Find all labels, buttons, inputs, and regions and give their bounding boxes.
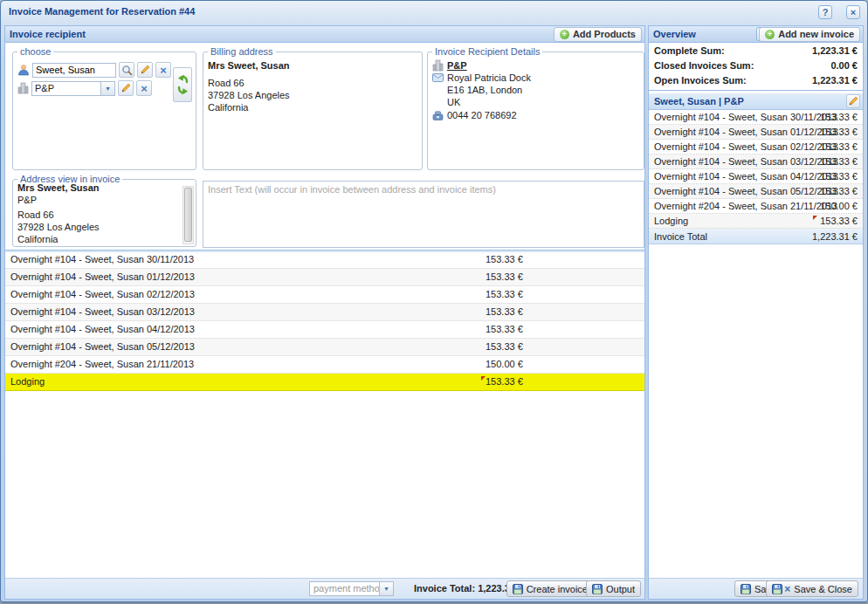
choose-fieldset: choose	[12, 46, 196, 170]
close-x-icon: ×	[784, 584, 790, 594]
dialog-title: Invoice Management for Reservation #44	[9, 6, 195, 17]
overview-item-row[interactable]: Overnight #104 - Sweet, Susan 02/12/2013…	[649, 140, 863, 154]
side-footer: Save × Save & Close	[649, 578, 863, 599]
delete-x-icon: ×	[141, 83, 148, 94]
invoice-total-row: Invoice Total 1,223.31 €	[649, 229, 863, 244]
company-select[interactable]: P&P ▼	[31, 81, 115, 96]
delete-x-icon: ×	[160, 65, 167, 76]
edit-company-button[interactable]	[118, 80, 134, 96]
edit-guest-button[interactable]	[137, 62, 153, 78]
close-icon[interactable]: ×	[846, 5, 860, 19]
save-disk-icon	[513, 584, 523, 594]
chevron-down-icon: ▼	[100, 82, 114, 95]
save-disk-icon	[772, 584, 782, 594]
edit-invoice-button[interactable]	[846, 94, 860, 108]
choose-legend: choose	[17, 46, 53, 57]
search-icon	[121, 65, 133, 76]
invoice-item-row[interactable]: Overnight #104 - Sweet, Susan 05/12/2013…	[5, 339, 644, 356]
overview-item-row[interactable]: Overnight #104 - Sweet, Susan 04/12/2013…	[649, 169, 863, 184]
recipient-company-link[interactable]: P&P	[447, 59, 467, 72]
recipient-details-legend: Invoice Recipient Details	[432, 46, 542, 57]
chevron-down-icon: ▼	[379, 582, 393, 595]
billing-line: Road 66	[208, 77, 417, 89]
invoice-recipient-panel: Invoice recipient + Add Products choose	[4, 25, 645, 600]
overview-panel: Overview ? + Add new invoice Complete Su…	[648, 25, 864, 600]
mail-icon	[432, 73, 444, 82]
invoice-item-row[interactable]: Overnight #204 - Sweet, Susan 21/11/2013…	[5, 356, 644, 374]
overview-item-row[interactable]: Overnight #104 - Sweet, Susan 30/11/2013…	[649, 110, 863, 125]
scrollbar-thumb[interactable]	[184, 188, 192, 242]
complete-sum-row: Complete Sum: 1,223.31 €	[649, 44, 863, 58]
overview-title: Overview	[653, 29, 696, 39]
invoice-recipient-header: Invoice recipient + Add Products	[5, 26, 644, 43]
invoice-item-row[interactable]: Overnight #104 - Sweet, Susan 03/12/2013…	[5, 304, 644, 321]
invoice-item-row[interactable]: Overnight #104 - Sweet, Susan 30/11/2013…	[5, 251, 644, 269]
swap-arrows-icon	[177, 73, 189, 96]
add-icon: +	[765, 30, 775, 39]
invoice-item-row-selected[interactable]: Lodging 153.33 €	[5, 374, 644, 391]
invoice-item-row[interactable]: Overnight #104 - Sweet, Susan 01/12/2013…	[5, 269, 644, 286]
pencil-icon	[140, 65, 150, 75]
add-new-invoice-button[interactable]: + Add new invoice	[759, 27, 860, 42]
recipient-address-line: Royal Patricia Dock	[447, 72, 531, 84]
save-disk-icon	[741, 584, 751, 594]
invoice-recipient-title: Invoice recipient	[10, 29, 86, 39]
guest-icon	[17, 64, 30, 76]
swap-recipient-button[interactable]	[173, 67, 192, 102]
invoice-management-dialog: Invoice Management for Reservation #44 ?…	[0, 0, 868, 602]
phone-icon	[432, 111, 444, 120]
billing-line: 37928 Los Angeles	[208, 89, 417, 101]
billing-name: Mrs Sweet, Susan	[208, 59, 417, 72]
recipient-address-line: UK	[447, 96, 639, 108]
address-view-text[interactable]: Mrs Sweet, Susan P&P Road 66 37928 Los A…	[17, 182, 180, 245]
search-guest-button[interactable]	[119, 62, 134, 78]
create-invoice-button[interactable]: Create invoice	[506, 580, 594, 597]
save-and-close-button[interactable]: × Save & Close	[766, 580, 858, 597]
company-icon	[17, 82, 29, 94]
company-icon	[432, 59, 444, 72]
pencil-icon	[848, 96, 858, 106]
overview-invoice-items: Overnight #104 - Sweet, Susan 30/11/2013…	[649, 110, 863, 244]
address-view-legend: Address view in invoice	[17, 174, 122, 184]
title-bar: Invoice Management for Reservation #44 ?…	[1, 1, 867, 24]
billing-line: California	[208, 101, 417, 113]
add-products-button[interactable]: + Add Products	[554, 27, 642, 42]
overview-item-row[interactable]: Overnight #104 - Sweet, Susan 05/12/2013…	[649, 184, 863, 199]
add-icon: +	[560, 30, 569, 39]
open-invoices-sum-row: Open Invoices Sum: 1,223.31 €	[649, 73, 863, 88]
clear-company-button[interactable]: ×	[136, 80, 152, 96]
help-icon[interactable]: ?	[818, 5, 832, 19]
sums-block: Complete Sum: 1,223.31 € Closed Invoices…	[649, 44, 863, 91]
recipient-details-fieldset: Invoice Recipient Details P&P	[427, 46, 644, 170]
overview-item-row[interactable]: Overnight #204 - Sweet, Susan 21/11/2013…	[649, 199, 863, 214]
main-footer: payment method ▼ Invoice Total: 1,223.31…	[5, 578, 644, 599]
invoice-item-row[interactable]: Overnight #104 - Sweet, Susan 04/12/2013…	[5, 321, 644, 339]
billing-address-fieldset: Billing address Mrs Sweet, Susan Road 66…	[203, 46, 423, 170]
overview-item-row[interactable]: Overnight #104 - Sweet, Susan 01/12/2013…	[649, 125, 863, 140]
insert-text-input[interactable]	[203, 181, 644, 248]
overview-item-row[interactable]: Lodging 153.33 €	[649, 214, 863, 229]
overview-body: Complete Sum: 1,223.31 € Closed Invoices…	[649, 43, 863, 578]
invoice-item-row[interactable]: Overnight #104 - Sweet, Susan 02/12/2013…	[5, 286, 644, 304]
closed-invoices-sum-row: Closed Invoices Sum: 0.00 €	[649, 58, 863, 73]
save-disk-icon	[592, 584, 603, 594]
clear-guest-button[interactable]: ×	[155, 62, 171, 78]
scrollbar[interactable]	[183, 186, 194, 244]
billing-address-legend: Billing address	[208, 46, 276, 57]
flag-marker-icon	[813, 216, 817, 220]
recipient-phone: 0044 20 768692	[447, 109, 517, 121]
invoice-recipient-body: choose	[5, 43, 644, 578]
recipient-address-line: E16 1AB, London	[447, 84, 639, 96]
output-button[interactable]: Output	[586, 580, 641, 597]
invoice-items-grid: Overnight #104 - Sweet, Susan 30/11/2013…	[5, 251, 644, 391]
overview-item-row[interactable]: Overnight #104 - Sweet, Susan 03/12/2013…	[649, 154, 863, 169]
guest-input[interactable]	[32, 63, 116, 78]
pencil-icon	[121, 83, 131, 93]
payment-method-select[interactable]: payment method ▼	[309, 581, 394, 596]
overview-header: Overview ? + Add new invoice	[649, 26, 863, 43]
invoice-card-header[interactable]: Sweet, Susan | P&P	[649, 93, 863, 110]
address-view-fieldset: Address view in invoice Mrs Sweet, Susan…	[12, 174, 196, 247]
